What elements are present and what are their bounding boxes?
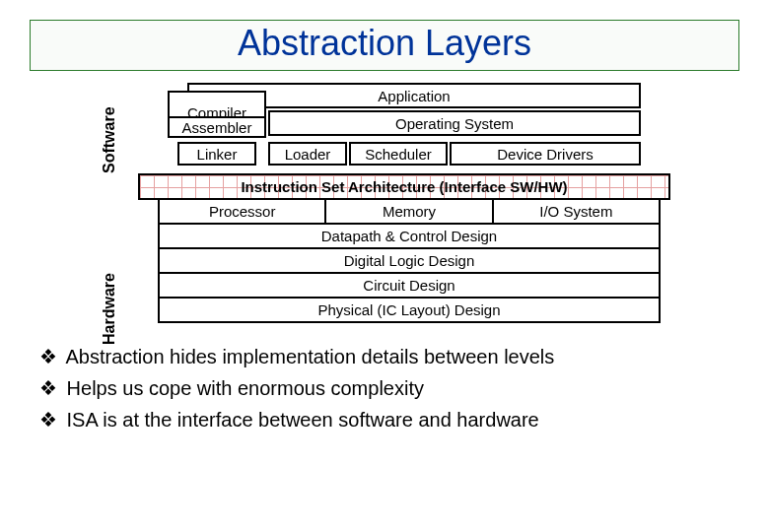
diamond-icon: ❖ (39, 376, 61, 400)
datapath-box: Datapath & Control Design (158, 223, 661, 249)
circuit-box: Circuit Design (158, 272, 661, 299)
diagram: Software Hardware Application Compiler A… (138, 83, 670, 323)
bullet-text: Abstraction hides implementation details… (65, 346, 554, 367)
assembler-box: Assembler (168, 116, 266, 138)
memory-box: Memory (324, 198, 493, 225)
software-layers: Application Compiler Assembler Operating… (158, 83, 661, 171)
linker-box: Linker (177, 142, 256, 166)
io-box: I/O System (492, 198, 661, 225)
isa-row: Instruction Set Architecture (Interface … (138, 173, 670, 200)
bullet-item: ❖ Abstraction hides implementation detai… (39, 345, 739, 368)
drivers-box: Device Drivers (450, 142, 641, 166)
processor-box: Processor (158, 198, 326, 225)
os-box: Operating System (268, 110, 641, 136)
scheduler-box: Scheduler (349, 142, 448, 166)
bullet-item: ❖ ISA is at the interface between softwa… (39, 408, 739, 432)
diamond-icon: ❖ (39, 345, 61, 368)
hardware-label: Hardware (101, 270, 118, 349)
slide-title: Abstraction Layers (31, 23, 738, 64)
bullet-list: ❖ Abstraction hides implementation detai… (39, 345, 739, 432)
loader-box: Loader (268, 142, 347, 166)
slide: Abstraction Layers Software Hardware App… (0, 0, 769, 459)
bullet-text: ISA is at the interface between software… (67, 409, 539, 431)
diamond-icon: ❖ (39, 408, 61, 432)
digital-box: Digital Logic Design (158, 247, 661, 274)
hardware-layers: Processor Memory I/O System Datapath & C… (158, 200, 661, 323)
bullet-item: ❖ Helps us cope with enormous complexity (39, 376, 739, 400)
software-label: Software (101, 100, 118, 179)
title-box: Abstraction Layers (30, 20, 739, 71)
physical-box: Physical (IC Layout) Design (158, 297, 661, 323)
bullet-text: Helps us cope with enormous complexity (67, 377, 424, 399)
